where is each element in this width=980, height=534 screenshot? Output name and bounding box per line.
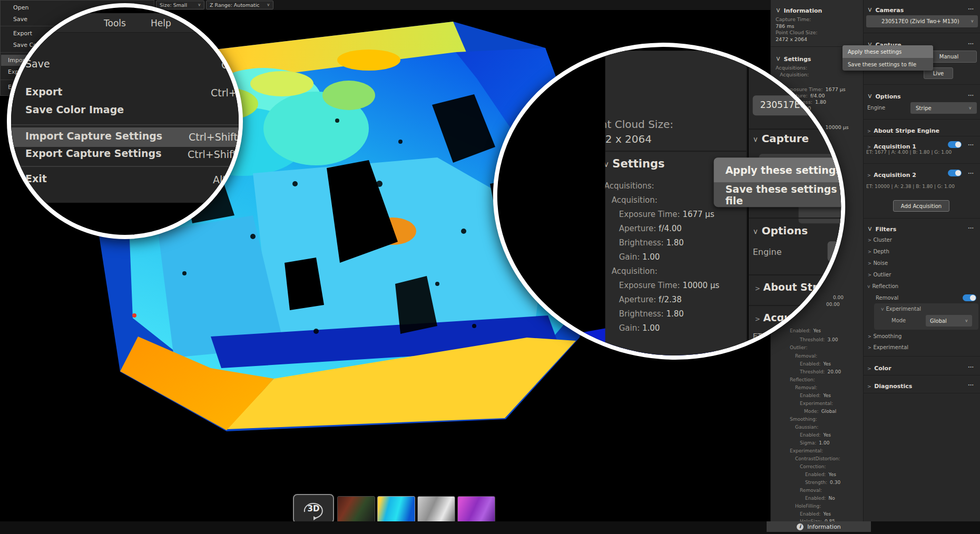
chevron-down-icon: >	[964, 319, 968, 322]
gain-line-magnified: Gain: 1.00	[619, 252, 660, 262]
options-title: Options	[875, 93, 900, 100]
filters-menu-icon[interactable]: …	[968, 223, 975, 230]
chevron-down-icon: >	[266, 3, 270, 6]
mode-dropdown[interactable]: Global >	[926, 315, 972, 327]
acquisition2-toggle[interactable]	[948, 170, 962, 176]
cameras-section-header[interactable]: > Cameras	[867, 4, 904, 14]
filters-section-header[interactable]: > Filters	[867, 223, 896, 233]
filter-noise[interactable]: > Noise	[868, 260, 888, 266]
diagnostics-title: Diagnostics	[874, 383, 912, 390]
acquisition2-menu-icon[interactable]: …	[968, 169, 975, 175]
chevron-down-icon: >	[880, 308, 885, 311]
zrange-dropdown[interactable]: Z Range: Automatic >	[206, 1, 273, 9]
acquisition2-header[interactable]: > Acquisition 2	[867, 169, 916, 179]
diagnostics-section-header[interactable]: > Diagnostics	[867, 380, 912, 390]
chevron-right-icon: >	[868, 238, 871, 243]
menu-item-export[interactable]: Export	[13, 30, 32, 37]
live-button-label: Live	[933, 71, 944, 76]
information-section-header[interactable]: > Information	[776, 5, 822, 15]
capture-time-value: 786 ms	[776, 23, 794, 29]
options-menu-icon[interactable]: …	[968, 91, 975, 97]
filter-outlier[interactable]: > Outlier	[868, 272, 891, 278]
options-section-header[interactable]: > Options	[867, 91, 901, 101]
acquisition1-menu-icon[interactable]: …	[968, 140, 975, 147]
engine-dropdown-value: Stripe	[916, 105, 968, 111]
capture-menu-icon[interactable]: …	[968, 39, 975, 46]
acquisition1-summary: ET: 1677 | A: 4.00 | B: 1.80 | G: 1.00	[866, 150, 952, 155]
filter-experimental[interactable]: > Experimental	[868, 344, 908, 350]
chevron-right-icon: >	[868, 261, 871, 266]
filter-reflection[interactable]: > Reflection	[867, 283, 898, 289]
chevron-down-icon: >	[969, 19, 974, 23]
color-section-header[interactable]: > Color	[867, 362, 891, 372]
brightness-line-2-magnified: Brightness: 1.80	[619, 309, 684, 319]
removal-toggle[interactable]	[963, 294, 976, 301]
chevron-down-icon: >	[775, 8, 782, 13]
menu-shortcut-export-cs-magnified: Ctrl+Shift+E	[188, 149, 243, 160]
thumbnail-color-image[interactable]	[337, 496, 375, 522]
zrange-dropdown-value: Z Range: Automatic	[210, 2, 267, 8]
mode-label: Mode	[891, 318, 906, 323]
value-fragment: 00.00	[826, 302, 840, 307]
acquisitions-label-magnified: Acquisitions:	[605, 181, 654, 191]
view-3d-button[interactable]: 3D	[293, 494, 334, 523]
settings-section-header[interactable]: > Settings	[776, 53, 811, 63]
point-cloud-size-value-magnified: 2472 x 2064	[605, 133, 652, 145]
chevron-right-icon: >	[867, 366, 871, 371]
chevron-right-icon: >	[867, 129, 871, 134]
apply-these-settings-item[interactable]: Apply these settings	[842, 45, 933, 58]
menu-item-save-magnified: Save	[25, 58, 50, 70]
menubar-help-magnified: Help	[151, 18, 171, 28]
chevron-down-icon: >	[197, 3, 201, 6]
save-settings-to-file-item[interactable]: Save these settings to file	[842, 58, 933, 71]
menu-item-save[interactable]: Save	[13, 16, 27, 23]
add-acquisition-button[interactable]: Add Acquisition	[893, 200, 949, 212]
menu-item-import-capture-settings-magnified: Import Capture Settings	[25, 130, 162, 142]
chevron-right-icon: >	[868, 345, 871, 350]
size-dropdown[interactable]: Size: Small >	[156, 1, 204, 9]
menu-item-export-capture-settings-magnified: Export Capture Settings	[25, 147, 162, 159]
chevron-right-icon: >	[868, 250, 871, 254]
menu-shortcut-export-magnified: Ctrl+E	[211, 87, 243, 98]
point-cloud-size-label-magnified: Point Cloud Size:	[605, 118, 673, 131]
app-window: { "menubar": { "tools": "Tools", "help":…	[0, 0, 980, 534]
brightness-line-magnified: Brightness: 1.80	[619, 238, 684, 248]
menu-shortcut-import-magnified: Ctrl+Shift+I	[189, 131, 243, 143]
filters-title: Filters	[875, 226, 896, 233]
point-cloud-size-label: Point Cloud Size:	[776, 29, 817, 35]
apply-settings-popup: Apply these settings Save these settings…	[842, 45, 933, 71]
engine-dropdown[interactable]: Stripe >	[910, 102, 977, 114]
thumbnail-depth-map[interactable]	[377, 496, 415, 522]
thumbnail-normals[interactable]	[417, 496, 455, 522]
exposure-line-magnified: Exposure Time: 1677 µs	[619, 210, 714, 219]
value-fragment: 0.00	[833, 295, 844, 300]
filter-smoothing[interactable]: > Smoothing	[868, 333, 901, 339]
camera-select-dropdown[interactable]: 230517E0 (Zivid Two+ M130) >	[866, 15, 978, 27]
experimental-header[interactable]: > Experimental	[880, 306, 921, 312]
acquisitions-label: Acquisitions:	[776, 65, 807, 71]
about-stripe-engine-row[interactable]: > About Stripe Engine	[867, 125, 939, 135]
exposure-line-2-magnified: Exposure Time: 10000 µs	[619, 281, 720, 290]
cameras-menu-icon[interactable]: …	[968, 4, 975, 11]
acquisition2-summary: ET: 10000 | A: 2.38 | B: 1.80 | G: 1.00	[866, 184, 955, 189]
thumbnail-snr-map[interactable]	[457, 496, 495, 522]
menu-item-exit-magnified: Exit	[25, 173, 47, 184]
menu-magnifier-callout: Tools Help Save Ctrl+S Export Ctrl+E Sav…	[7, 3, 243, 239]
acquisition1-toggle[interactable]	[948, 141, 962, 148]
options-header-magnified: > Options	[753, 224, 808, 237]
mode-dropdown-value: Global	[930, 318, 965, 324]
color-menu-icon[interactable]: …	[968, 362, 975, 369]
engine-label-magnified: Engine	[753, 247, 782, 257]
color-title: Color	[874, 365, 891, 372]
engine-label: Engine	[867, 105, 885, 111]
filter-cluster[interactable]: > Cluster	[868, 237, 892, 243]
chevron-down-icon: >	[866, 226, 874, 232]
information-status-segment[interactable]: i Information	[767, 521, 871, 532]
point-cloud-size-value: 2472 x 2064	[776, 36, 807, 42]
menubar-tools-magnified: Tools	[104, 18, 126, 28]
filter-depth[interactable]: > Depth	[868, 249, 889, 254]
chevron-down-icon: >	[775, 56, 782, 62]
menu-item-open[interactable]: Open	[13, 4, 28, 11]
acquisition2-title: Acquisition 2	[874, 172, 916, 179]
diagnostics-menu-icon[interactable]: …	[968, 380, 975, 387]
